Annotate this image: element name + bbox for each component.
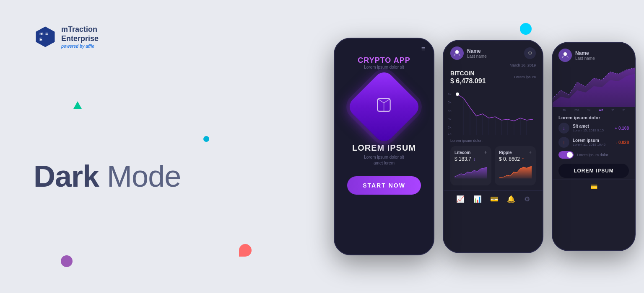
dot-red [239, 244, 252, 257]
nav-chart-icon[interactable]: 📈 [456, 195, 465, 203]
nav-settings-icon[interactable]: ⚙ [524, 195, 530, 203]
logo-area: m ≡ E mTraction Enterprise powered by af… [34, 25, 99, 49]
svg-point-28 [456, 93, 459, 96]
phone1-header: ≡ [335, 39, 434, 53]
heading-bold: Dark [34, 159, 99, 193]
svg-marker-0 [36, 27, 55, 47]
cube-icon [374, 95, 395, 119]
litecoin-arrow: ↓ [473, 156, 475, 162]
phone1-main-title: LOREM IPSUM [343, 143, 425, 153]
litecoin-name: Litecoin [454, 150, 470, 155]
logo-icon: m ≡ E [34, 25, 57, 49]
menu-icon[interactable]: ≡ [421, 45, 425, 53]
coins-row: Litecoin + $ 183.7 ↓ [444, 144, 543, 187]
phone1-main-desc: Lorem ipsum dolor sit amet lorem [343, 154, 425, 166]
tx1-amount: + 0.108 [615, 126, 629, 131]
transaction-1: ↓ Sit amet Lorem 15, 2019 9:15 + 0.108 [553, 121, 635, 135]
btc-price: $ 6,478.091 [450, 77, 486, 85]
toggle-row: Lorem ipsum dolor [553, 149, 635, 160]
phone1-title-area: CRYPTO APP Lorem ipsum dolor sit [335, 53, 434, 71]
tx1-info: Sit amet Lorem 15, 2019 9:15 [573, 124, 615, 132]
phone3-days: su mo tu we th fr [553, 107, 635, 113]
svg-text:5k: 5k [448, 100, 452, 104]
litecoin-add[interactable]: + [484, 149, 487, 155]
litecoin-mini-chart [454, 164, 487, 180]
phone-3: Name Last name [552, 42, 636, 251]
dot-cyan-top [520, 23, 532, 35]
phone2-settings-icon[interactable]: ⚙ [524, 47, 536, 59]
btc-lorem: Lorem ipsum [514, 75, 536, 79]
phone2-avatar [450, 46, 464, 60]
svg-text:m: m [39, 31, 44, 36]
svg-point-29 [564, 52, 567, 56]
ripple-arrow: ↑ [522, 156, 524, 162]
logo-affle: affle [86, 44, 94, 49]
svg-text:1k: 1k [448, 132, 452, 136]
logo-text: mTraction Enterprise powered by affle [61, 25, 99, 49]
transaction-2: ↑ Lorem ipsum Lorem 11, 2019 10:45 - 0.0… [553, 135, 635, 149]
logo-brand: mTraction Enterprise [61, 25, 99, 43]
phones-container: ≡ CRYPTO APP Lorem ipsum dolor sit [309, 0, 644, 293]
nav-bar-icon[interactable]: 📊 [473, 195, 482, 203]
toggle-label: Lorem ipsum dolor [577, 153, 608, 157]
litecoin-price: $ 183.7 ↓ [454, 156, 487, 162]
phone1-app-subtitle: Lorem ipsum dolor sit [335, 65, 434, 69]
phone-1: ≡ CRYPTO APP Lorem ipsum dolor sit [334, 38, 434, 255]
phone3-header: Name Last name [553, 43, 635, 62]
page-heading: Dark Mode [34, 159, 181, 193]
svg-text:E: E [39, 37, 42, 42]
logo-powered-text: powered by [61, 44, 85, 49]
logo-powered: powered by affle [61, 44, 99, 49]
svg-text:2k: 2k [448, 126, 452, 129]
ripple-card: Ripple + $ 0. 8602 ↑ [495, 146, 536, 185]
tx2-date: Lorem 11, 2019 10:45 [573, 143, 616, 146]
phone-2: Name Last name ⚙ March 16, 2019 BITCOIN … [443, 40, 543, 253]
phone2-date: March 16, 2019 [444, 60, 543, 68]
svg-point-10 [455, 50, 459, 54]
phone2-name: Name Last name [467, 48, 487, 59]
cube-container [335, 71, 434, 138]
nav-bell-icon[interactable]: 🔔 [507, 195, 515, 203]
tx1-date: Lorem 15, 2019 9:15 [573, 129, 615, 132]
phone3-navbar: 💳 [553, 180, 635, 192]
tx2-amount: - 0.028 [616, 140, 629, 145]
lorem-ipsum-button[interactable]: LOREM IPSUM [558, 164, 629, 178]
phone3-name: Name Last name [575, 50, 595, 61]
phone3-avatar [558, 49, 572, 62]
phone2-lorem-dolor: Lorem ipsum dolor: [444, 137, 543, 144]
svg-text:3k: 3k [448, 117, 452, 121]
logo-brand-2: Enterprise [61, 34, 99, 43]
phone2-navbar: 📈 📊 💳 🔔 ⚙ [444, 190, 543, 206]
tx1-name: Sit amet [573, 124, 615, 129]
tx1-icon: ↓ [558, 123, 569, 134]
cube-diamond [345, 68, 423, 145]
ripple-mini-chart [499, 164, 532, 180]
toggle-switch[interactable] [558, 151, 574, 159]
phone3-lorem-dolor: Lorem ipsum dolor [553, 113, 635, 121]
tx2-info: Lorem ipsum Lorem 11, 2019 10:45 [573, 138, 616, 146]
dot-purple [61, 255, 73, 267]
phone3-last-name: Last name [575, 56, 595, 61]
tx2-icon: ↑ [558, 137, 569, 148]
btc-label: BITCOIN [450, 70, 486, 77]
tx2-name: Lorem ipsum [573, 138, 616, 143]
phone2-btc-section: BITCOIN $ 6,478.091 Lorem ipsum [444, 68, 543, 85]
p3-nav-wallet-icon[interactable]: 💳 [590, 183, 597, 190]
svg-line-5 [378, 99, 384, 103]
triangle-decoration [73, 100, 82, 109]
phone1-main-text: LOREM IPSUM Lorem ipsum dolor sit amet l… [335, 138, 434, 168]
phone2-last-name: Last name [467, 54, 487, 59]
phone3-name-main: Name [575, 50, 595, 56]
dot-cyan [203, 136, 209, 142]
phone1-app-title: CRYPTO APP [335, 56, 434, 65]
ripple-name: Ripple [499, 150, 512, 155]
svg-text:≡: ≡ [45, 31, 48, 36]
nav-wallet-icon[interactable]: 💳 [490, 195, 499, 203]
phone2-header: Name Last name ⚙ [444, 41, 543, 60]
start-now-button[interactable]: START NOW [347, 176, 421, 195]
phone2-name-main: Name [467, 48, 487, 54]
svg-text:4k: 4k [448, 109, 452, 113]
ripple-add[interactable]: + [529, 149, 532, 155]
svg-line-6 [384, 99, 390, 103]
litecoin-card: Litecoin + $ 183.7 ↓ [450, 146, 491, 185]
